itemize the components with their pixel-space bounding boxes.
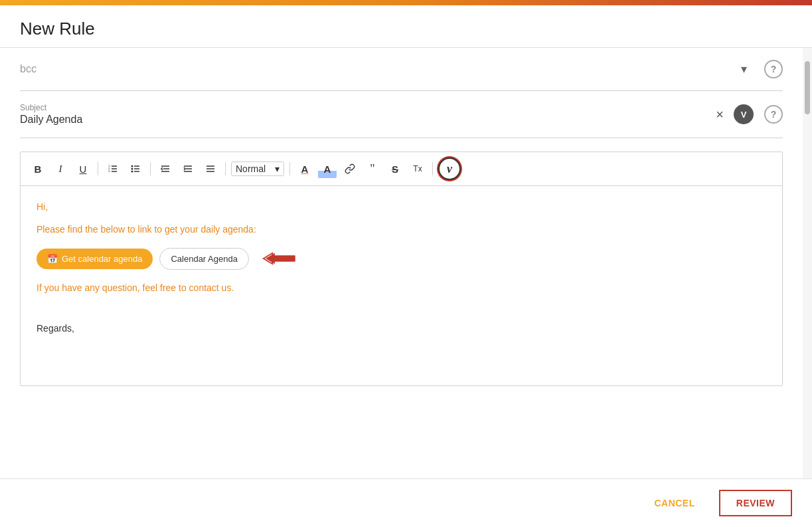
header: New Rule — [0, 5, 812, 48]
bcc-field-wrapper: bcc ▾ — [20, 63, 754, 75]
quote-button[interactable]: " — [363, 159, 382, 178]
unordered-list-button[interactable] — [126, 159, 145, 178]
font-size-label: Normal — [236, 163, 266, 174]
strikethrough-button[interactable]: S — [386, 159, 404, 178]
editor-container: B I U 1. 2. 3. — [20, 152, 783, 386]
font-size-arrow: ▾ — [275, 163, 280, 174]
underline-button[interactable]: U — [74, 159, 92, 178]
subject-avatar: V — [734, 104, 754, 124]
link-button[interactable] — [341, 159, 359, 178]
subject-label: Subject — [20, 103, 703, 112]
calendar-icon: 📅 — [47, 254, 58, 264]
subject-row: Subject Daily Agenda × V ? — [20, 91, 783, 138]
svg-rect-21 — [272, 256, 295, 262]
font-size-select[interactable]: Normal ▾ — [231, 161, 284, 176]
toolbar-sep-2 — [150, 162, 151, 175]
subject-close-button[interactable]: × — [710, 104, 730, 124]
calendar-agenda-text-button[interactable]: Calendar Agenda — [159, 248, 248, 270]
arrow-indicator — [262, 249, 302, 268]
review-button[interactable]: REVIEW — [719, 490, 792, 516]
editor-button-row: 📅 Get calendar agenda Calendar Agenda — [37, 248, 766, 270]
v-button[interactable]: v — [438, 158, 461, 180]
bcc-help-icon[interactable]: ? — [764, 60, 783, 78]
svg-point-11 — [131, 171, 133, 173]
editor-body[interactable]: Hi, Please find the below to link to get… — [21, 186, 782, 385]
subject-wrapper: Subject Daily Agenda — [20, 103, 703, 126]
clear-format-button[interactable]: Tx — [408, 159, 427, 178]
svg-point-9 — [131, 165, 133, 167]
subject-actions: × V — [710, 104, 754, 124]
editor-line-hi: Hi, — [37, 199, 766, 214]
cancel-button[interactable]: CANCEL — [641, 491, 708, 515]
toolbar-sep-4 — [289, 162, 290, 175]
italic-button[interactable]: I — [51, 159, 70, 178]
svg-point-10 — [131, 168, 133, 170]
footer: CANCEL REVIEW — [0, 478, 812, 527]
scrollbar-track[interactable] — [803, 48, 812, 478]
bcc-placeholder[interactable]: bcc — [20, 63, 37, 74]
indent-increase-button[interactable] — [179, 159, 197, 178]
bcc-dropdown-arrow[interactable]: ▾ — [741, 62, 747, 76]
svg-text:3.: 3. — [108, 169, 110, 173]
indent-decrease-button[interactable] — [156, 159, 175, 178]
bold-button[interactable]: B — [29, 159, 47, 178]
toolbar-sep-1 — [98, 162, 98, 175]
highlight-button[interactable]: A — [318, 159, 337, 178]
toolbar-sep-5 — [432, 162, 433, 175]
editor-line-regards: Regards, — [37, 306, 766, 336]
editor-line-link: Please find the below to link to get you… — [37, 222, 766, 237]
subject-help-icon[interactable]: ? — [764, 105, 783, 124]
font-color-button[interactable]: A — [295, 159, 314, 178]
page-title: New Rule — [20, 19, 95, 39]
scrollbar-thumb[interactable] — [805, 61, 810, 114]
subject-value[interactable]: Daily Agenda — [20, 114, 703, 126]
bcc-row: bcc ▾ ? — [20, 48, 783, 91]
top-bar — [0, 0, 812, 5]
toolbar-sep-3 — [225, 162, 226, 175]
get-calendar-agenda-button[interactable]: 📅 Get calendar agenda — [37, 249, 153, 269]
editor-line-question: If you have any question, feel free to c… — [37, 280, 766, 295]
calendar-agenda-text-label: Calendar Agenda — [171, 254, 237, 264]
editor-toolbar: B I U 1. 2. 3. — [21, 152, 782, 186]
main-content: bcc ▾ ? Subject Daily Agenda × V ? — [0, 48, 803, 478]
align-button[interactable] — [201, 159, 220, 178]
ordered-list-button[interactable]: 1. 2. 3. — [104, 159, 122, 178]
calendar-button-label: Get calendar agenda — [62, 254, 142, 264]
